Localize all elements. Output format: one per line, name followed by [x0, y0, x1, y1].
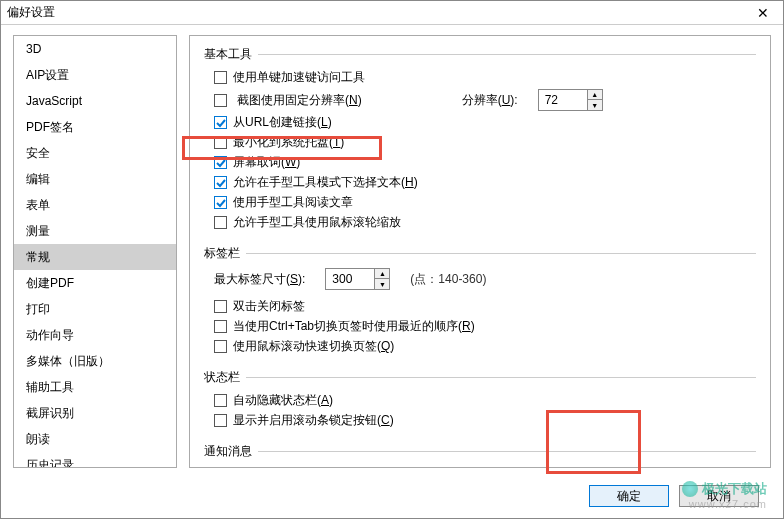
label-screen-pick[interactable]: 屏幕取词(W) — [233, 154, 300, 171]
label-ctrl-tab[interactable]: 当使用Ctrl+Tab切换页签时使用最近的顺序(R) — [233, 318, 475, 335]
settings-panel: 基本工具 使用单键加速键访问工具 截图使用固定分辨率(N) 分辨率(U): ▲ … — [189, 35, 771, 468]
content-area: 3DAIP设置JavaScriptPDF签名安全编辑表单测量常规创建PDF打印动… — [1, 25, 783, 474]
label-scroll-switch[interactable]: 使用鼠标滚动快速切换页签(Q) — [233, 338, 394, 355]
spinner-up-icon[interactable]: ▲ — [588, 90, 602, 100]
section-notify: 通知消息 — [204, 443, 756, 460]
checkbox-screen-pick[interactable] — [214, 156, 227, 169]
row-ctrl-tab: 当使用Ctrl+Tab切换页签时使用最近的顺序(R) — [214, 318, 756, 335]
label-hand-read[interactable]: 使用手型工具阅读文章 — [233, 194, 353, 211]
checkbox-dbl-close[interactable] — [214, 300, 227, 313]
sidebar-item[interactable]: 多媒体（旧版） — [14, 348, 176, 374]
row-show-lock: 显示并启用滚动条锁定按钮(C) — [214, 412, 756, 429]
section-basic-tools: 基本工具 使用单键加速键访问工具 截图使用固定分辨率(N) 分辨率(U): ▲ … — [204, 46, 756, 231]
max-tab-size-spinner[interactable]: ▲ ▼ — [325, 268, 390, 290]
label-url-links[interactable]: 从URL创建链接(L) — [233, 114, 332, 131]
label-auto-hide[interactable]: 自动隐藏状态栏(A) — [233, 392, 333, 409]
row-minimize-tray: 最小化到系统托盘(T) — [214, 134, 756, 151]
checkbox-minimize-tray[interactable] — [214, 136, 227, 149]
row-hand-scroll: 允许手型工具使用鼠标滚轮缩放 — [214, 214, 756, 231]
row-hand-select: 允许在手型工具模式下选择文本(H) — [214, 174, 756, 191]
checkbox-url-links[interactable] — [214, 116, 227, 129]
sidebar-item[interactable]: 朗读 — [14, 426, 176, 452]
sidebar-item[interactable]: 历史记录 — [14, 452, 176, 468]
label-show-lock[interactable]: 显示并启用滚动条锁定按钮(C) — [233, 412, 394, 429]
sidebar-item[interactable]: 创建PDF — [14, 270, 176, 296]
row-dbl-close: 双击关闭标签 — [214, 298, 756, 315]
row-hand-read: 使用手型工具阅读文章 — [214, 194, 756, 211]
label-hand-scroll[interactable]: 允许手型工具使用鼠标滚轮缩放 — [233, 214, 401, 231]
label-fixed-res[interactable]: 截图使用固定分辨率(N) — [237, 92, 362, 109]
row-screen-pick: 屏幕取词(W) — [214, 154, 756, 171]
row-single-key: 使用单键加速键访问工具 — [214, 69, 756, 86]
row-url-links: 从URL创建链接(L) — [214, 114, 756, 131]
spinner-up-icon[interactable]: ▲ — [375, 269, 389, 279]
sidebar-item[interactable]: PDF签名 — [14, 114, 176, 140]
row-auto-hide: 自动隐藏状态栏(A) — [214, 392, 756, 409]
window-title: 偏好设置 — [7, 4, 55, 21]
sidebar-item[interactable]: 常规 — [14, 244, 176, 270]
section-tab-bar: 标签栏 最大标签尺寸(S): ▲ ▼ (点：140-360) 双击关闭标签 — [204, 245, 756, 355]
sidebar-item[interactable]: AIP设置 — [14, 62, 176, 88]
titlebar: 偏好设置 ✕ — [1, 1, 783, 25]
category-sidebar[interactable]: 3DAIP设置JavaScriptPDF签名安全编辑表单测量常规创建PDF打印动… — [13, 35, 177, 468]
sidebar-item[interactable]: 截屏识别 — [14, 400, 176, 426]
checkbox-hand-scroll[interactable] — [214, 216, 227, 229]
checkbox-hand-select[interactable] — [214, 176, 227, 189]
sidebar-item[interactable]: JavaScript — [14, 88, 176, 114]
sidebar-item[interactable]: 测量 — [14, 218, 176, 244]
sidebar-item[interactable]: 动作向导 — [14, 322, 176, 348]
ok-button[interactable]: 确定 — [589, 485, 669, 507]
resolution-input[interactable] — [539, 91, 587, 109]
resolution-label: 分辨率(U): — [462, 92, 518, 109]
row-scroll-switch: 使用鼠标滚动快速切换页签(Q) — [214, 338, 756, 355]
sidebar-item[interactable]: 编辑 — [14, 166, 176, 192]
checkbox-ctrl-tab[interactable] — [214, 320, 227, 333]
checkbox-scroll-switch[interactable] — [214, 340, 227, 353]
spinner-down-icon[interactable]: ▼ — [375, 279, 389, 289]
label-dbl-close[interactable]: 双击关闭标签 — [233, 298, 305, 315]
max-tab-size-hint: (点：140-360) — [410, 271, 486, 288]
checkbox-single-key[interactable] — [214, 71, 227, 84]
preferences-window: 偏好设置 ✕ 3DAIP设置JavaScriptPDF签名安全编辑表单测量常规创… — [0, 0, 784, 519]
sidebar-item[interactable]: 表单 — [14, 192, 176, 218]
section-status-bar: 状态栏 自动隐藏状态栏(A) 显示并启用滚动条锁定按钮(C) — [204, 369, 756, 429]
label-minimize-tray[interactable]: 最小化到系统托盘(T) — [233, 134, 344, 151]
max-tab-size-label: 最大标签尺寸(S): — [214, 271, 305, 288]
section-title-tab: 标签栏 — [204, 245, 756, 262]
sidebar-item[interactable]: 打印 — [14, 296, 176, 322]
section-title-notify: 通知消息 — [204, 443, 756, 460]
row-fixed-res: 截图使用固定分辨率(N) 分辨率(U): ▲ ▼ — [214, 89, 756, 111]
checkbox-show-lock[interactable] — [214, 414, 227, 427]
sidebar-item[interactable]: 安全 — [14, 140, 176, 166]
sidebar-item[interactable]: 3D — [14, 36, 176, 62]
resolution-spinner[interactable]: ▲ ▼ — [538, 89, 603, 111]
label-hand-select[interactable]: 允许在手型工具模式下选择文本(H) — [233, 174, 418, 191]
close-button[interactable]: ✕ — [743, 1, 783, 25]
checkbox-hand-read[interactable] — [214, 196, 227, 209]
checkbox-fixed-res[interactable] — [214, 94, 227, 107]
row-max-tab-size: 最大标签尺寸(S): ▲ ▼ (点：140-360) — [214, 268, 756, 290]
dialog-footer: 确定 取消 — [1, 474, 783, 518]
section-title-status: 状态栏 — [204, 369, 756, 386]
section-title-basic: 基本工具 — [204, 46, 756, 63]
max-tab-size-input[interactable] — [326, 270, 374, 288]
checkbox-auto-hide[interactable] — [214, 394, 227, 407]
cancel-button[interactable]: 取消 — [679, 485, 759, 507]
spinner-down-icon[interactable]: ▼ — [588, 100, 602, 110]
label-single-key[interactable]: 使用单键加速键访问工具 — [233, 69, 365, 86]
sidebar-item[interactable]: 辅助工具 — [14, 374, 176, 400]
